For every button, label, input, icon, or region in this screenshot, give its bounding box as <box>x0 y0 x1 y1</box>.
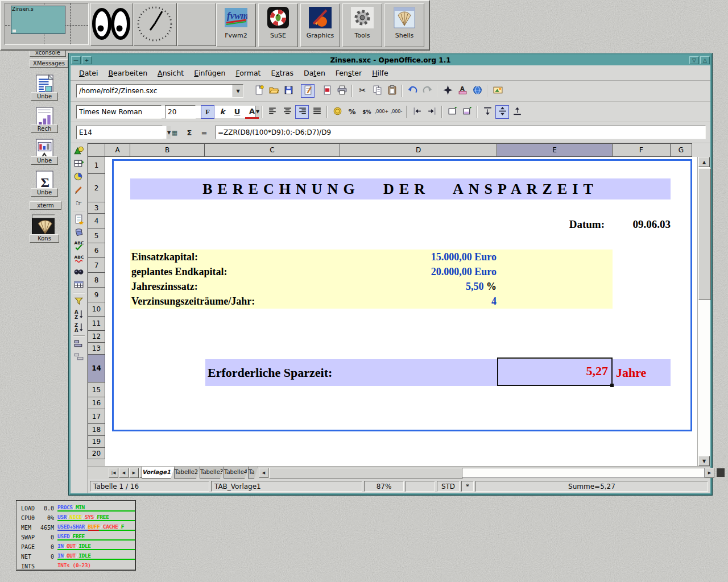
input-row[interactable]: geplantes Endkapital:20.000,00 Euro <box>130 264 613 279</box>
sum-button[interactable]: Σ <box>183 126 196 139</box>
vertical-scroll-thumb[interactable] <box>698 168 711 300</box>
sheet-tab-tabelle2[interactable]: Tabelle2 <box>174 467 200 479</box>
align-right-button[interactable] <box>295 105 309 119</box>
icon-label[interactable]: Rech <box>31 124 58 133</box>
window-titlebar[interactable]: — + Zinsen.sxc - OpenOffice.org 1.1 ▽ △ <box>71 55 710 65</box>
paste-button[interactable] <box>385 84 399 98</box>
column-header-F[interactable]: F <box>613 143 671 157</box>
scroll-down-button[interactable]: ▼ <box>698 456 710 466</box>
select-all-corner[interactable] <box>88 143 105 157</box>
save-button[interactable] <box>282 84 295 98</box>
row-header-10[interactable]: 10 <box>88 302 105 317</box>
next-sheet-button[interactable]: ▶ <box>129 468 139 478</box>
column-header-B[interactable]: B <box>130 143 205 157</box>
row-header-7[interactable]: 7 <box>88 258 105 273</box>
icon-label[interactable]: Unbe <box>31 156 58 165</box>
row-header-1[interactable]: 1 <box>88 157 105 174</box>
font-name-input[interactable] <box>77 106 167 118</box>
background-color-button[interactable] <box>460 105 474 119</box>
find-replace-button[interactable] <box>72 265 86 278</box>
row-header-12[interactable]: 12 <box>88 331 105 343</box>
stylist-button[interactable]: A <box>456 84 469 98</box>
menu-bearbeiten[interactable]: Bearbeiten <box>103 67 152 79</box>
column-header-E[interactable]: E <box>497 143 613 157</box>
app-button-shells[interactable]: Shells <box>384 3 424 47</box>
result-row[interactable]: Erforderliche Sparzeit: 5,27 Jahre <box>205 359 671 386</box>
icon-label[interactable]: Kons <box>30 234 59 243</box>
underline-button[interactable]: U <box>230 105 244 119</box>
new-document-button[interactable] <box>252 84 266 98</box>
draw-functions-button[interactable] <box>72 184 86 197</box>
align-justify-button[interactable] <box>310 105 324 119</box>
open-button[interactable] <box>267 84 280 98</box>
icon-label[interactable]: XMessages <box>30 59 68 68</box>
menu-datei[interactable]: Datei <box>74 67 103 79</box>
input-block[interactable]: Einsatzkapital:15.000,00 Eurogeplantes E… <box>130 250 613 309</box>
delete-decimal-button[interactable]: ,000- <box>390 105 403 119</box>
sheet-tab-ta[interactable]: Ta <box>248 467 258 479</box>
row-header-13[interactable]: 13 <box>88 343 105 355</box>
pager-mini-window[interactable]: Zinsen.s <box>11 6 65 34</box>
formula-input[interactable] <box>216 126 705 139</box>
menu-hilfe[interactable]: Hilfe <box>367 67 393 79</box>
cell-reference-combo[interactable]: ▼ <box>76 126 163 139</box>
align-top-button[interactable] <box>481 105 494 119</box>
function-wizard-button[interactable]: ▦ <box>168 126 181 139</box>
row-header-17[interactable]: 17 <box>88 409 105 424</box>
align-center-button[interactable] <box>280 105 294 119</box>
insert-object-button[interactable] <box>72 171 86 184</box>
row-header-11[interactable]: 11 <box>88 317 105 331</box>
print-button[interactable] <box>335 84 349 98</box>
status-selection-mode[interactable]: STD <box>437 481 460 492</box>
icon-label[interactable]: Unbe <box>31 92 58 101</box>
sheet-tab-vorlage1[interactable]: Vorlage1 <box>142 467 175 479</box>
menu-format[interactable]: Format <box>230 67 266 79</box>
menu-einfgen[interactable]: Einfügen <box>189 67 230 79</box>
window-menu-button[interactable]: — <box>71 56 81 64</box>
first-sheet-button[interactable]: |◀ <box>109 468 118 478</box>
status-sheet-position[interactable]: Tabelle 1 / 16 <box>90 481 209 492</box>
function-button[interactable]: = <box>197 126 211 139</box>
align-vcenter-button[interactable] <box>495 105 509 119</box>
column-header-C[interactable]: C <box>205 143 340 157</box>
desktop-pager[interactable]: Zinsen.s <box>5 3 89 45</box>
row-header-15[interactable]: 15 <box>88 383 105 397</box>
menu-extras[interactable]: Extras <box>266 67 299 79</box>
menu-ansicht[interactable]: Ansicht <box>152 67 189 79</box>
icon-shell[interactable] <box>31 213 55 236</box>
standard-format-button[interactable]: $% <box>360 105 374 119</box>
window-sticky-button[interactable]: + <box>82 56 92 64</box>
add-decimal-button[interactable]: ,000+ <box>375 105 388 119</box>
status-zoom[interactable]: 87% <box>364 481 404 492</box>
row-header-14[interactable]: 14 <box>88 355 105 383</box>
clock-button[interactable] <box>134 3 177 46</box>
row-header-2[interactable]: 2 <box>88 174 105 202</box>
align-left-button[interactable] <box>266 105 279 119</box>
bold-button[interactable]: F <box>201 105 214 119</box>
cut-button[interactable]: ✂ <box>355 84 369 98</box>
align-bottom-button[interactable] <box>510 105 524 119</box>
window-iconify-button[interactable]: ▽ <box>689 56 699 64</box>
status-page-style[interactable]: TAB_Vorlage1 <box>211 481 362 492</box>
ungroup-button[interactable] <box>72 351 86 364</box>
row-header-9[interactable]: 9 <box>88 288 105 302</box>
italic-button[interactable]: k <box>216 105 229 119</box>
autospellcheck-button[interactable]: ABC <box>72 252 86 265</box>
column-header-A[interactable]: A <box>105 143 130 157</box>
app-button-tools[interactable]: Tools <box>342 3 382 47</box>
autofilter-button[interactable] <box>72 295 86 308</box>
form-controls-button[interactable]: ☞ <box>72 197 86 210</box>
themes-button[interactable] <box>72 226 86 239</box>
font-name-combo[interactable]: ▼ <box>76 105 162 119</box>
row-header-19[interactable]: 19 <box>88 436 105 448</box>
navigator-button[interactable] <box>441 84 454 98</box>
hscroll-left-button[interactable]: ◀ <box>259 468 268 478</box>
increase-indent-button[interactable] <box>425 105 439 119</box>
font-size-combo[interactable]: ▼ <box>165 105 196 119</box>
row-header-8[interactable]: 8 <box>88 273 105 288</box>
decrease-indent-button[interactable] <box>410 105 424 119</box>
edit-file-button[interactable] <box>301 84 315 98</box>
fill-handle[interactable] <box>610 384 614 387</box>
menu-daten[interactable]: Daten <box>299 67 330 79</box>
hscroll-right-button[interactable]: ▶ <box>705 468 714 478</box>
